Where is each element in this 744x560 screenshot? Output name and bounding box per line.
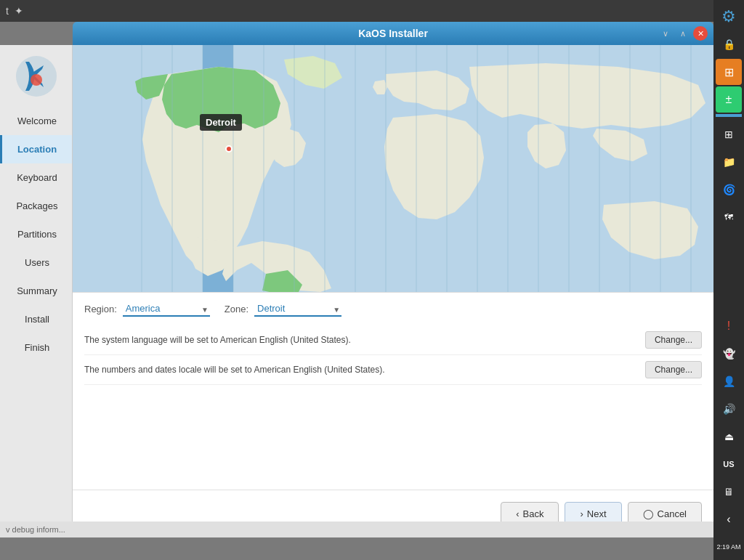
cancel-label: Cancel xyxy=(658,508,687,519)
svg-point-1 xyxy=(31,74,42,86)
time-label: 2:19 AM xyxy=(716,543,740,551)
sidebar-item-partitions[interactable]: Partitions xyxy=(0,220,72,248)
language-info-text: The system language will be set to Ameri… xyxy=(84,335,351,345)
debug-bar: v debug inform... xyxy=(0,522,713,537)
taskbar-icon-windows[interactable]: ⊞ xyxy=(716,121,742,147)
next-arrow-icon: › xyxy=(580,508,583,519)
sidebar-item-users[interactable]: Users xyxy=(0,248,72,277)
spacer xyxy=(73,394,713,490)
sidebar-item-summary[interactable]: Summary xyxy=(0,277,72,305)
sidebar-item-install[interactable]: Install xyxy=(0,305,72,333)
taskbar-icon-screen[interactable]: 🖥 xyxy=(716,479,742,505)
taskbar-icon-settings[interactable]: 🌀 xyxy=(716,176,742,203)
sidebar-item-keyboard[interactable]: Keyboard xyxy=(0,163,72,192)
sidebar: Welcome Location Keyboard Packages Parti… xyxy=(0,45,73,537)
location-controls: Region: America Europe Asia Africa Austr… xyxy=(73,292,713,394)
sidebar-item-welcome[interactable]: Welcome xyxy=(0,107,72,135)
zone-field: Zone: Detroit New_York Chicago Denver Lo… xyxy=(225,301,341,317)
change-language-button[interactable]: Change... xyxy=(645,331,702,349)
locale-info-row: The numbers and dates locale will be set… xyxy=(84,355,702,385)
maximize-button[interactable]: ∧ xyxy=(676,26,690,41)
installer-body: Welcome Location Keyboard Packages Parti… xyxy=(0,45,713,537)
sidebar-item-location[interactable]: Location xyxy=(0,135,72,163)
sidebar-item-finish[interactable]: Finish xyxy=(0,333,72,362)
taskbar-icon-kaos[interactable]: ⚙ xyxy=(716,4,742,30)
region-zone-row: Region: America Europe Asia Africa Austr… xyxy=(84,301,702,317)
window-controls: ∨ ∧ ✕ xyxy=(658,26,708,41)
title-bar: KaOS Installer ∨ ∧ ✕ xyxy=(73,22,713,45)
taskbar-icon-user[interactable]: 👤 xyxy=(716,368,742,394)
change-locale-button[interactable]: Change... xyxy=(645,361,702,378)
zone-select-wrapper: Detroit New_York Chicago Denver Los_Ange… xyxy=(254,301,341,317)
world-map[interactable]: Detroit xyxy=(73,45,713,292)
taskbar-icon-active[interactable] xyxy=(716,114,742,117)
zone-select[interactable]: Detroit New_York Chicago Denver Los_Ange… xyxy=(254,301,341,317)
region-select[interactable]: America Europe Asia Africa Australia xyxy=(123,301,210,317)
region-select-wrapper: America Europe Asia Africa Australia ▼ xyxy=(123,301,210,317)
main-content: Detroit Region: America Europe Asia xyxy=(73,45,713,537)
taskbar-icon-world[interactable]: 🗺 xyxy=(716,204,742,230)
locale-info-text: The numbers and dates locale will be set… xyxy=(84,365,385,375)
installer-window: KaOS Installer ∨ ∧ ✕ Welcome Location xyxy=(0,22,713,537)
top-icon-2: ✦ xyxy=(15,5,23,17)
window-title: KaOS Installer xyxy=(358,28,428,39)
sidebar-item-packages[interactable]: Packages xyxy=(0,192,72,220)
taskbar-icon-arrow[interactable]: ‹ xyxy=(716,506,742,532)
logo xyxy=(12,52,60,100)
back-label: Back xyxy=(523,508,544,519)
language-info-row: The system language will be set to Ameri… xyxy=(84,325,702,355)
taskbar-icon-calc[interactable]: ± xyxy=(716,86,742,113)
locale-label: US xyxy=(723,460,734,468)
taskbar-icon-usb[interactable]: ⏏ xyxy=(716,423,742,450)
back-arrow-icon: ‹ xyxy=(516,508,519,519)
taskbar-icon-volume[interactable]: 🔊 xyxy=(716,396,742,422)
taskbar-locale: US xyxy=(716,451,742,477)
zone-label: Zone: xyxy=(225,304,248,315)
city-tooltip: Detroit xyxy=(200,114,242,131)
close-button[interactable]: ✕ xyxy=(693,26,708,41)
taskbar-icon-lock[interactable]: 🔒 xyxy=(716,31,742,57)
top-icon-1: t xyxy=(6,5,9,17)
region-label: Region: xyxy=(84,304,117,315)
taskbar-icon-apps[interactable]: ⊞ xyxy=(716,59,742,85)
cancel-icon: ◯ xyxy=(643,508,654,519)
debug-text: v debug inform... xyxy=(6,525,65,534)
region-field: Region: America Europe Asia Africa Austr… xyxy=(84,301,210,317)
taskbar-icon-alert[interactable]: ! xyxy=(716,313,742,339)
taskbar-icon-folder[interactable]: 📁 xyxy=(716,149,742,175)
minimize-button[interactable]: ∨ xyxy=(658,26,673,41)
next-label: Next xyxy=(587,508,607,519)
city-marker xyxy=(225,145,232,153)
taskbar-right: ⚙ 🔒 ⊞ ± ⊞ 📁 🌀 🗺 ! 👻 👤 🔊 ⏏ US 🖥 ‹ 2:19 AM xyxy=(713,0,744,560)
taskbar-icon-ghost[interactable]: 👻 xyxy=(716,341,742,367)
system-top-bar: t ✦ xyxy=(0,0,713,22)
taskbar-time: 2:19 AM xyxy=(716,534,742,560)
